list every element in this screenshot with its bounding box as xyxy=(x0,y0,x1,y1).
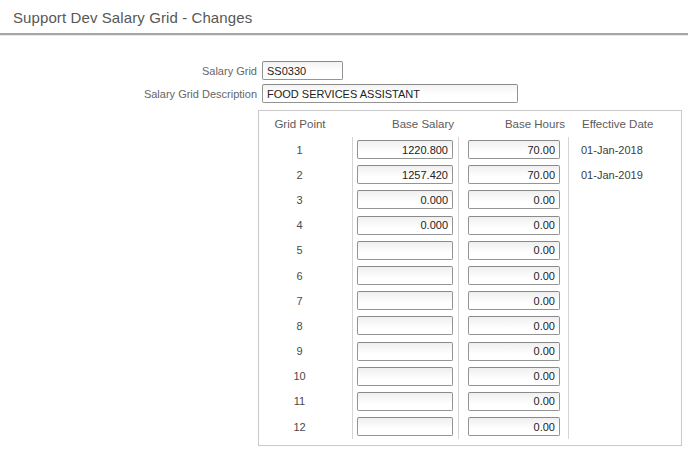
grid-point-value: 11 xyxy=(259,389,353,414)
base-salary-cell xyxy=(353,288,459,313)
grid-point-value: 4 xyxy=(259,213,353,238)
base-hours-cell xyxy=(459,339,569,364)
base-hours-cell xyxy=(459,187,569,212)
base-hours-cell xyxy=(459,162,569,187)
base-salary-cell xyxy=(353,238,459,263)
grid-point-value: 7 xyxy=(259,288,353,313)
grid-table-row: 3 xyxy=(259,187,681,212)
base-salary-input[interactable] xyxy=(357,266,453,285)
base-salary-input[interactable] xyxy=(357,165,453,184)
salary-grid-label: Salary Grid xyxy=(0,65,257,77)
effective-date-value: 01-Jan-2019 xyxy=(569,162,681,187)
grid-point-value: 1 xyxy=(259,137,353,162)
base-hours-cell xyxy=(459,137,569,162)
base-salary-input[interactable] xyxy=(357,392,453,411)
salary-grid-form: Salary Grid Salary Grid Description xyxy=(0,61,688,103)
base-hours-cell xyxy=(459,263,569,288)
salary-grid-table: Grid Point Base Salary Base Hours Effect… xyxy=(258,110,682,446)
base-hours-input[interactable] xyxy=(468,241,560,260)
base-hours-input[interactable] xyxy=(468,342,560,361)
grid-point-value: 6 xyxy=(259,263,353,288)
base-hours-cell xyxy=(459,288,569,313)
salary-grid-description-input[interactable] xyxy=(262,84,518,103)
grid-point-value: 8 xyxy=(259,313,353,338)
grid-point-value: 3 xyxy=(259,187,353,212)
effective-date-value xyxy=(569,263,681,288)
base-salary-input[interactable] xyxy=(357,241,453,260)
base-salary-cell xyxy=(353,364,459,389)
effective-date-value xyxy=(569,213,681,238)
grid-table-row: 1 01-Jan-2018 xyxy=(259,137,681,162)
base-salary-cell xyxy=(353,339,459,364)
effective-date-value xyxy=(569,364,681,389)
effective-date-value: 01-Jan-2018 xyxy=(569,137,681,162)
grid-table-row: 10 xyxy=(259,364,681,389)
grid-table-row: 4 xyxy=(259,213,681,238)
base-salary-input[interactable] xyxy=(357,367,453,386)
grid-table-row: 7 xyxy=(259,288,681,313)
base-salary-input[interactable] xyxy=(357,190,453,209)
base-salary-cell xyxy=(353,137,459,162)
effective-date-value xyxy=(569,389,681,414)
base-hours-cell xyxy=(459,313,569,338)
salary-grid-description-label: Salary Grid Description xyxy=(0,88,257,100)
grid-table-row: 12 xyxy=(259,414,681,439)
base-salary-input[interactable] xyxy=(357,216,453,235)
header-divider xyxy=(0,33,688,35)
grid-point-header: Grid Point xyxy=(259,111,353,137)
base-salary-cell xyxy=(353,389,459,414)
base-hours-cell xyxy=(459,364,569,389)
base-hours-input[interactable] xyxy=(468,165,560,184)
page-title: Support Dev Salary Grid - Changes xyxy=(0,0,688,26)
grid-table-row: 2 01-Jan-2019 xyxy=(259,162,681,187)
grid-table-row: 6 xyxy=(259,263,681,288)
grid-table-row: 8 xyxy=(259,313,681,338)
grid-table-row: 5 xyxy=(259,238,681,263)
base-salary-input[interactable] xyxy=(357,342,453,361)
base-hours-input[interactable] xyxy=(468,316,560,335)
base-hours-cell xyxy=(459,213,569,238)
grid-table-body: 1 01-Jan-2018 2 01-Jan-2019 3 4 xyxy=(259,137,681,445)
effective-date-value xyxy=(569,313,681,338)
grid-point-value: 5 xyxy=(259,238,353,263)
base-salary-cell xyxy=(353,313,459,338)
base-salary-input[interactable] xyxy=(357,140,453,159)
base-salary-header: Base Salary xyxy=(353,111,459,137)
effective-date-value xyxy=(569,414,681,439)
base-salary-input[interactable] xyxy=(357,316,453,335)
base-salary-cell xyxy=(353,162,459,187)
base-hours-input[interactable] xyxy=(468,367,560,386)
base-hours-input[interactable] xyxy=(468,392,560,411)
grid-point-value: 2 xyxy=(259,162,353,187)
grid-point-value: 9 xyxy=(259,339,353,364)
effective-date-value xyxy=(569,238,681,263)
base-hours-input[interactable] xyxy=(468,291,560,310)
base-salary-cell xyxy=(353,414,459,439)
effective-date-value xyxy=(569,288,681,313)
grid-table-row: 9 xyxy=(259,339,681,364)
effective-date-value xyxy=(569,187,681,212)
grid-point-value: 12 xyxy=(259,414,353,439)
effective-date-header: Effective Date xyxy=(569,111,681,137)
base-hours-cell xyxy=(459,389,569,414)
base-hours-input[interactable] xyxy=(468,216,560,235)
effective-date-value xyxy=(569,339,681,364)
base-salary-input[interactable] xyxy=(357,417,453,436)
grid-table-header-row: Grid Point Base Salary Base Hours Effect… xyxy=(259,111,681,137)
salary-grid-input[interactable] xyxy=(262,61,343,80)
base-hours-cell xyxy=(459,414,569,439)
base-hours-input[interactable] xyxy=(468,140,560,159)
base-salary-input[interactable] xyxy=(357,291,453,310)
base-salary-cell xyxy=(353,213,459,238)
grid-point-value: 10 xyxy=(259,364,353,389)
page-header: Support Dev Salary Grid - Changes xyxy=(0,0,688,35)
base-hours-input[interactable] xyxy=(468,266,560,285)
base-salary-cell xyxy=(353,263,459,288)
base-hours-input[interactable] xyxy=(468,417,560,436)
salary-grid-description-field-row: Salary Grid Description xyxy=(0,84,688,103)
base-hours-input[interactable] xyxy=(468,190,560,209)
base-hours-cell xyxy=(459,238,569,263)
grid-table-row: 11 xyxy=(259,389,681,414)
salary-grid-field-row: Salary Grid xyxy=(0,61,688,80)
base-hours-header: Base Hours xyxy=(459,111,569,137)
